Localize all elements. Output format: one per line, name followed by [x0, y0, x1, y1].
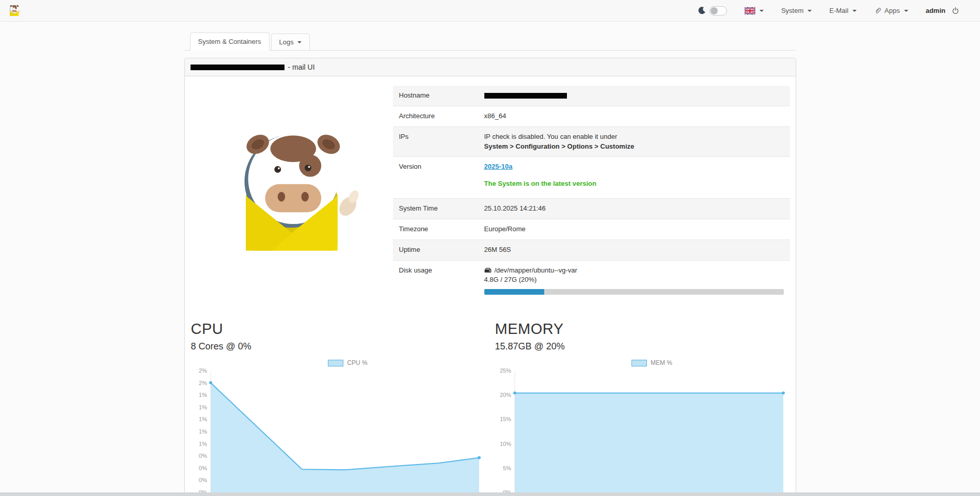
memory-chart-subtitle: 15.87GB @ 20% — [495, 341, 789, 352]
email-menu-label: E-Mail — [829, 7, 848, 14]
legend-label: CPU % — [347, 359, 367, 366]
row-label: Version — [399, 162, 484, 193]
table-row-system-time: System Time 25.10.2025 14:21:46 — [393, 198, 790, 219]
svg-text:1%: 1% — [199, 404, 207, 410]
svg-text:2%: 2% — [199, 367, 207, 374]
legend-swatch — [328, 360, 343, 366]
flag-uk-icon — [745, 7, 755, 14]
host-info-table: Hostname Architecture x86_64 IPs IP chec… — [393, 86, 790, 300]
tab-bar: System & Containers Logs — [184, 33, 796, 51]
memory-usage-chart: 25%20%15%10%5%0%14:21:3014:21:3514:21:41… — [495, 366, 789, 496]
disk-usage-value: 4.8G / 27G (20%) — [484, 275, 784, 285]
timezone-value: Europe/Rome — [484, 225, 784, 234]
apps-menu[interactable]: Apps — [874, 7, 908, 14]
system-time-value: 25.10.2025 14:21:46 — [484, 204, 784, 214]
table-row-ips: IPs IP check is disabled. You can enable… — [393, 126, 790, 157]
svg-text:25%: 25% — [499, 367, 511, 374]
toggle-knob — [710, 7, 718, 14]
page-bottom-strip — [0, 492, 980, 496]
system-menu[interactable]: System — [781, 7, 812, 14]
svg-text:1%: 1% — [199, 417, 207, 423]
row-label: Disk usage — [399, 266, 484, 295]
row-label: System Time — [399, 204, 484, 214]
cpu-chart-legend: CPU % — [191, 359, 485, 366]
svg-text:1%: 1% — [199, 392, 207, 398]
redacted-hostname-value — [484, 93, 567, 99]
system-menu-label: System — [781, 7, 803, 14]
charts-section: CPU 8 Cores @ 0% CPU % 2%2%1%1%1%1%1%0%0… — [191, 321, 790, 496]
dark-mode-toggle[interactable] — [709, 6, 727, 15]
dark-mode-control — [698, 6, 727, 15]
username-label: admin — [926, 7, 945, 14]
apps-menu-label: Apps — [884, 7, 900, 14]
svg-text:0%: 0% — [199, 477, 207, 484]
svg-text:1%: 1% — [199, 441, 207, 447]
language-menu[interactable] — [745, 7, 764, 14]
legend-swatch — [631, 360, 647, 366]
disk-usage-progress-fill — [484, 289, 544, 295]
svg-text:10%: 10% — [499, 441, 511, 447]
memory-chart-title: MEMORY — [495, 321, 789, 338]
svg-text:5%: 5% — [503, 465, 511, 471]
ip-check-path: System > Configuration > Options > Custo… — [484, 142, 784, 152]
table-row-timezone: Timezone Europe/Rome — [393, 219, 790, 239]
table-row-version: Version 2025-10a The System is on the la… — [393, 156, 790, 198]
user-menu[interactable]: admin — [926, 7, 959, 14]
caret-down-icon — [808, 10, 812, 12]
redacted-hostname-bar — [191, 65, 284, 70]
email-menu[interactable]: E-Mail — [829, 7, 857, 14]
caret-down-icon — [760, 10, 764, 12]
version-status-text: The System is on the latest version — [484, 179, 784, 189]
cpu-chart-subtitle: 8 Cores @ 0% — [191, 341, 485, 352]
svg-text:0%: 0% — [199, 453, 207, 459]
tab-logs-label: Logs — [279, 38, 294, 46]
svg-text:1%: 1% — [199, 428, 207, 435]
row-label: Timezone — [399, 225, 484, 234]
disk-usage-progress-track — [484, 289, 784, 295]
memory-chart-block: MEMORY 15.87GB @ 20% MEM % 25%20%15%10%5… — [495, 321, 789, 496]
mascot-column — [191, 86, 393, 300]
caret-down-icon — [297, 41, 302, 43]
cpu-chart-title: CPU — [191, 321, 485, 338]
panel-title: - mail UI — [288, 63, 315, 71]
cpu-usage-chart: 2%2%1%1%1%1%1%0%0%0%0%14:21:3014:21:3514… — [191, 366, 485, 496]
uptime-value: 26M 56S — [484, 245, 784, 255]
table-row-hostname: Hostname — [393, 86, 790, 106]
moon-icon — [698, 6, 706, 15]
svg-text:20%: 20% — [499, 392, 511, 398]
paperclip-icon — [874, 7, 881, 14]
mailcow-logo-icon[interactable] — [7, 4, 21, 18]
ip-check-text: IP check is disabled. You can enable it … — [484, 132, 784, 142]
tab-logs[interactable]: Logs — [271, 34, 310, 51]
svg-text:15%: 15% — [499, 417, 511, 423]
architecture-value: x86_64 — [484, 111, 784, 121]
legend-label: MEM % — [651, 359, 672, 366]
power-icon[interactable] — [952, 7, 959, 14]
main-container: System & Containers Logs - mail UI Hostn… — [184, 33, 796, 496]
tab-system-containers-label: System & Containers — [198, 38, 261, 45]
hdd-icon — [484, 268, 492, 274]
cpu-chart-block: CPU 8 Cores @ 0% CPU % 2%2%1%1%1%1%1%0%0… — [191, 321, 485, 496]
table-row-disk-usage: Disk usage /dev/mapper/ubuntu--vg-var — [393, 260, 790, 300]
row-label: Hostname — [399, 91, 484, 101]
row-label: Architecture — [399, 111, 484, 121]
table-row-uptime: Uptime 26M 56S — [393, 239, 790, 260]
memory-chart-legend: MEM % — [495, 359, 789, 366]
svg-text:0%: 0% — [199, 465, 207, 471]
row-label: Uptime — [399, 245, 484, 255]
table-row-architecture: Architecture x86_64 — [393, 106, 790, 126]
panel-header: - mail UI — [185, 58, 796, 76]
disk-device-path: /dev/mapper/ubuntu--vg-var — [495, 266, 577, 276]
caret-down-icon — [852, 10, 857, 12]
top-navbar: System E-Mail Apps admin — [0, 0, 980, 22]
row-label: IPs — [399, 132, 484, 152]
mailcow-mascot-illustration — [218, 119, 366, 267]
svg-text:2%: 2% — [199, 380, 207, 386]
system-panel: - mail UI Hostname Architecture x86_64 — [184, 58, 796, 496]
version-link[interactable]: 2025-10a — [484, 163, 513, 170]
caret-down-icon — [904, 10, 908, 12]
tab-system-containers[interactable]: System & Containers — [190, 33, 270, 51]
